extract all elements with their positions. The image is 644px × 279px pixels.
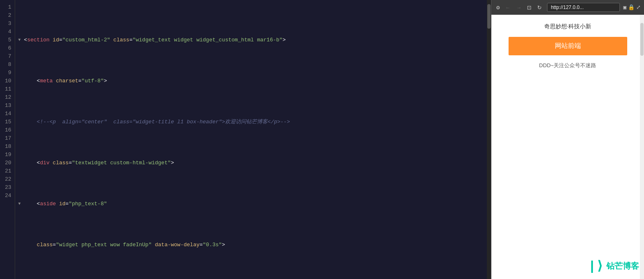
lock-icon[interactable]: 🔒 <box>628 4 635 11</box>
preview-logo-area: |⟩ 钻芒博客 <box>588 258 639 274</box>
fold-icon-1[interactable]: ▼ <box>18 36 24 44</box>
line-num-14: 14 <box>5 110 11 118</box>
line-num-4: 4 <box>5 28 11 36</box>
line-num-10: 10 <box>5 77 11 85</box>
code-line-4: <div class="textwidget custom-html-widge… <box>15 159 491 167</box>
forward-button[interactable]: → <box>514 4 523 11</box>
back-button[interactable]: ← <box>503 4 512 11</box>
browser-icon-group: ▣ 🔒 ⤢ <box>623 4 641 11</box>
line-numbers: 1 2 3 4 5 6 7 8 9 10 11 12 13 14 15 16 1… <box>0 0 15 279</box>
url-bar[interactable] <box>547 3 620 12</box>
line-num-16: 16 <box>5 126 11 134</box>
fold-icon-6 <box>18 241 24 249</box>
line-num-3: 3 <box>5 20 11 28</box>
preview-orange-button[interactable]: 网站前端 <box>509 37 627 55</box>
browser-toolbar: ⚙ ← → ⊡ ↻ ▣ 🔒 ⤢ <box>491 0 644 15</box>
line-num-12: 12 <box>5 93 11 102</box>
code-text-3: <!--<p align="center" class="widget-titl… <box>24 118 290 126</box>
line-num-18: 18 <box>5 143 11 151</box>
line-num-24: 24 <box>5 192 11 200</box>
line-num-8: 8 <box>5 61 11 69</box>
line-num-17: 17 <box>5 134 11 143</box>
code-line-6: class="widget php_text wow fadeInUp" dat… <box>15 241 491 249</box>
line-num-2: 2 <box>5 11 11 20</box>
editor-scrollbar-thumb[interactable] <box>487 4 491 29</box>
preview-scrollbar-thumb[interactable] <box>640 23 644 56</box>
fold-icon-3 <box>18 118 24 126</box>
code-line-2: <meta charset="utf-8"> <box>15 77 491 85</box>
line-num-5: 5 <box>5 36 11 44</box>
preview-content: 奇思妙想·科技小新 网站前端 DDD~关注公众号不迷路 |⟩ 钻芒博客 <box>491 15 644 279</box>
line-num-15: 15 <box>5 118 11 126</box>
code-text-4: <div class="textwidget custom-html-widge… <box>24 159 174 167</box>
line-num-7: 7 <box>5 52 11 61</box>
editor-panel: 1 2 3 4 5 6 7 8 9 10 11 12 13 14 15 16 1… <box>0 0 491 279</box>
line-num-23: 23 <box>5 184 11 192</box>
editor-scrollbar[interactable] <box>487 0 491 279</box>
preview-description: DDD~关注公众号不迷路 <box>539 62 597 69</box>
logo-text: 钻芒博客 <box>606 261 639 272</box>
code-text-6: class="widget php_text wow fadeInUp" dat… <box>24 241 225 249</box>
line-num-22: 22 <box>5 175 11 184</box>
refresh-button[interactable]: ↻ <box>535 4 544 11</box>
line-num-13: 13 <box>5 102 11 110</box>
code-text-2: <meta charset="utf-8"> <box>24 77 107 85</box>
line-num-19: 19 <box>5 151 11 159</box>
screenshot-icon[interactable]: ▣ <box>623 4 626 11</box>
code-line-5: ▼ <aside id="php_text-8" <box>15 200 491 208</box>
code-text-1: <section id="custom_html-2" class="widge… <box>24 36 286 44</box>
line-num-11: 11 <box>5 85 11 93</box>
code-text-5: <aside id="php_text-8" <box>24 200 107 208</box>
settings-icon[interactable]: ⚙ <box>495 2 501 13</box>
line-num-20: 20 <box>5 159 11 167</box>
line-num-9: 9 <box>5 69 11 77</box>
line-num-21: 21 <box>5 167 11 175</box>
line-num-6: 6 <box>5 44 11 52</box>
home-button[interactable]: ⊡ <box>525 4 534 11</box>
code-line-1: ▼ <section id="custom_html-2" class="wid… <box>15 36 491 44</box>
logo-icon: |⟩ <box>588 258 604 274</box>
expand-icon[interactable]: ⤢ <box>636 4 641 11</box>
preview-subtitle: 奇思妙想·科技小新 <box>544 23 592 30</box>
code-line-3: <!--<p align="center" class="widget-titl… <box>15 118 491 126</box>
fold-icon-2 <box>18 77 24 85</box>
preview-scrollbar[interactable] <box>640 15 644 279</box>
code-content[interactable]: ▼ <section id="custom_html-2" class="wid… <box>15 0 491 279</box>
fold-icon-4 <box>18 159 24 167</box>
preview-panel: ⚙ ← → ⊡ ↻ ▣ 🔒 ⤢ 奇思妙想·科技小新 网站前端 DDD~关注公众号… <box>491 0 644 279</box>
line-num-1: 1 <box>5 3 11 11</box>
fold-icon-5[interactable]: ▼ <box>18 200 24 208</box>
